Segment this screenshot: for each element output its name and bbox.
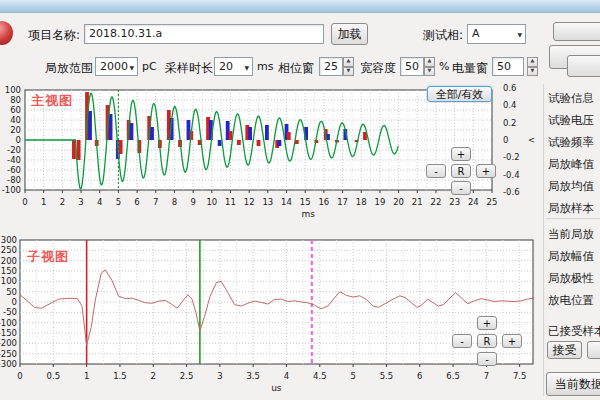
x-axis-tick-label: 0.5: [47, 371, 61, 381]
x-axis-tick-label: 1: [84, 371, 89, 381]
y-axis-tick-label: 250: [1, 245, 17, 255]
toolbar-cut-button-1[interactable]: [553, 22, 600, 41]
x-axis-tick-label: 25: [487, 197, 498, 207]
project-name-label: 项目名称:: [28, 27, 80, 44]
spin-up-icon[interactable]: ▲: [343, 57, 354, 67]
y-axis-tick-label: 0: [16, 135, 21, 145]
pd-bar: [287, 132, 291, 140]
tolerance-label: 宽容度: [360, 60, 396, 77]
all-valid-toggle-button[interactable]: 全部/有效: [427, 86, 492, 102]
x-axis-tick-label: 7.5: [513, 371, 527, 381]
right-axis-tick-label: 0.6: [503, 84, 517, 93]
x-axis-tick-label: 24: [468, 197, 479, 207]
x-axis-tick-label: 21: [412, 197, 423, 207]
sidebar-item-label: 试验信息: [548, 91, 594, 106]
pd-bar: [237, 140, 241, 145]
x-axis-tick-label: 6: [417, 371, 422, 381]
pd-bar: [150, 127, 154, 140]
x-axis-tick-label: 18: [356, 197, 367, 207]
spin-down-icon[interactable]: ▼: [527, 67, 538, 77]
sample-duration-select[interactable]: 20 ▼: [214, 57, 253, 76]
main-zoom-reset-button[interactable]: R: [451, 164, 471, 178]
spin-down-icon[interactable]: ▼: [343, 67, 354, 77]
x-axis-tick-label: 20: [393, 197, 404, 207]
phase-window-input[interactable]: 25: [319, 57, 343, 76]
y-axis-tick-label: 100: [5, 85, 21, 95]
test-phase-select[interactable]: A ▼: [467, 24, 526, 44]
params-cut-button[interactable]: [567, 55, 600, 77]
main-zoom-in-vertical-button[interactable]: +: [451, 147, 471, 161]
tolerance-unit: %: [439, 60, 449, 73]
pd-range-label: 局放范围: [45, 60, 93, 77]
sub-zoom-in-horizontal-button[interactable]: +: [502, 334, 522, 348]
threshold-marker[interactable]: <: [528, 135, 535, 145]
y-axis-tick-label: -50: [3, 307, 17, 317]
x-axis-tick-label: 23: [449, 197, 460, 207]
sub-zoom-out-vertical-button[interactable]: -: [477, 352, 497, 366]
x-axis-tick-label: 22: [431, 197, 442, 207]
x-axis-tick-label: 6: [134, 197, 139, 207]
sidebar-item-label: 已接受样本: [548, 324, 600, 339]
sample-duration-value: 20: [219, 60, 233, 73]
pd-bar: [265, 125, 269, 140]
main-zoom-out-horizontal-button[interactable]: -: [426, 164, 446, 178]
sub-zoom-in-vertical-button[interactable]: +: [477, 316, 497, 330]
current-data-button[interactable]: 当前数据: [546, 372, 600, 396]
x-axis-tick-label: 19: [375, 197, 386, 207]
project-name-input[interactable]: 2018.10.31.a: [84, 24, 324, 44]
right-axis-tick-label: -0.6: [503, 187, 520, 197]
x-axis-tick-label: 1.5: [113, 371, 127, 381]
sub-zoom-reset-button[interactable]: R: [477, 334, 497, 348]
y-axis-tick-label: -60: [7, 165, 21, 175]
spin-up-icon[interactable]: ▲: [424, 57, 435, 67]
x-axis-tick-label: 5: [350, 371, 355, 381]
pd-bar: [88, 111, 92, 140]
y-axis-tick-label: -200: [0, 338, 17, 348]
y-axis-tick-label: 0: [12, 297, 17, 307]
chevron-down-icon: ▼: [517, 31, 522, 38]
x-axis-tick-label: 1: [41, 197, 46, 207]
x-axis-tick-label: 13: [262, 197, 273, 207]
chevron-down-icon: ▼: [244, 63, 249, 70]
x-axis-tick-label: 4: [97, 197, 102, 207]
x-axis-tick-label: 15: [300, 197, 311, 207]
pd-bar: [248, 127, 252, 140]
x-axis-tick-label: 14: [281, 197, 292, 207]
pd-bar: [218, 140, 222, 146]
charge-window-spinner[interactable]: ▲▼: [527, 57, 538, 76]
charge-window-label: 电量窗: [452, 60, 488, 77]
y-axis-tick-label: 300: [1, 236, 17, 245]
main-chart-title: 主视图: [31, 92, 73, 110]
right-axis-tick-label: -0.4: [503, 170, 520, 180]
right-axis-tick-label: 0.2: [503, 118, 517, 128]
pd-range-value: 2000: [100, 60, 128, 73]
y-axis-tick-label: 40: [10, 115, 21, 125]
pd-range-select[interactable]: 2000 ▼: [95, 57, 138, 76]
main-zoom-in-horizontal-button[interactable]: +: [476, 164, 496, 178]
main-zoom-out-vertical-button[interactable]: -: [451, 181, 471, 195]
x-axis-tick-label: 11: [225, 197, 236, 207]
sub-zoom-out-horizontal-button[interactable]: -: [452, 334, 472, 348]
pd-range-unit: pC: [142, 60, 157, 73]
x-axis-tick-label: 8: [172, 197, 177, 207]
sample-duration-label: 采样时长: [165, 60, 213, 77]
sidebar-divider: [543, 84, 545, 396]
y-axis-tick-label: -100: [2, 185, 21, 195]
accept-secondary-button[interactable]: [587, 341, 600, 359]
sidebar-item-label: 试验频率: [548, 135, 594, 150]
pd-bar: [130, 123, 134, 140]
y-axis-tick-label: -150: [0, 328, 17, 338]
sidebar-item-label: 局放极性: [548, 271, 594, 286]
x-axis-tick-label: 12: [244, 197, 255, 207]
spin-down-icon[interactable]: ▼: [424, 67, 435, 77]
tolerance-spinner[interactable]: ▲▼: [424, 57, 435, 76]
charge-window-input[interactable]: 50: [492, 57, 524, 76]
pd-bar: [229, 131, 233, 140]
accept-button[interactable]: 接受: [547, 341, 582, 359]
pd-bar: [257, 140, 261, 146]
spin-up-icon[interactable]: ▲: [527, 57, 538, 67]
x-axis-tick-label: 4.5: [313, 371, 327, 381]
load-button[interactable]: 加载: [331, 23, 368, 45]
phase-window-spinner[interactable]: ▲▼: [343, 57, 354, 76]
tolerance-input[interactable]: 50: [400, 57, 424, 76]
